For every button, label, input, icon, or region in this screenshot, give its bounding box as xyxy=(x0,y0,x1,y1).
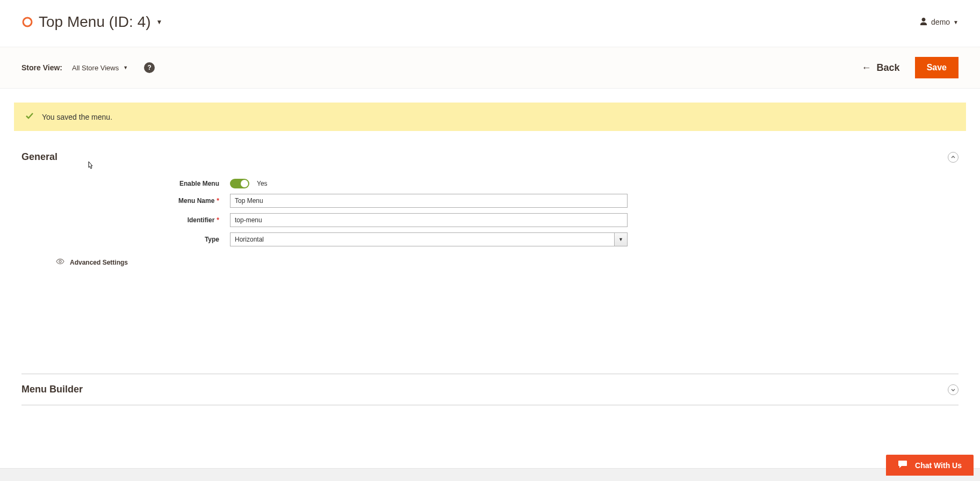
help-icon[interactable]: ? xyxy=(144,62,155,73)
toolbar: Store View: All Store Views ▼ ? ← Back S… xyxy=(0,47,980,89)
user-icon xyxy=(919,17,928,27)
advanced-settings-label: Advanced Settings xyxy=(70,259,128,266)
type-label: Type xyxy=(21,236,230,243)
logo-icon xyxy=(21,16,33,28)
store-view-select[interactable]: All Store Views ▼ xyxy=(72,64,128,72)
menu-name-label: Menu Name* xyxy=(21,197,230,205)
menu-name-input[interactable] xyxy=(230,194,628,208)
page-header: Top Menu (ID: 4) ▼ demo ▼ xyxy=(21,13,959,31)
store-view-value: All Store Views xyxy=(72,64,119,72)
user-menu[interactable]: demo ▼ xyxy=(919,17,959,27)
svg-point-1 xyxy=(59,260,61,263)
menu-builder-title: Menu Builder xyxy=(21,384,83,395)
collapse-up-icon[interactable] xyxy=(948,152,959,163)
enable-menu-value: Yes xyxy=(257,180,268,187)
general-title: General xyxy=(21,151,57,163)
chat-label: Chat With Us xyxy=(915,461,962,470)
general-section: General Enable Menu Yes Menu Name* xyxy=(21,151,959,266)
general-section-header[interactable]: General xyxy=(21,151,959,163)
chevron-down-icon: ▼ xyxy=(156,18,163,26)
bottom-bar xyxy=(0,468,980,481)
enable-menu-label: Enable Menu xyxy=(21,180,230,187)
check-icon xyxy=(25,111,34,122)
success-notice: You saved the menu. xyxy=(14,103,966,131)
identifier-input[interactable] xyxy=(230,213,628,227)
chevron-down-icon: ▼ xyxy=(953,19,959,25)
menu-builder-header[interactable]: Menu Builder xyxy=(21,384,959,395)
collapse-down-icon[interactable] xyxy=(948,384,959,395)
toggle-knob xyxy=(241,180,248,187)
notice-message: You saved the menu. xyxy=(42,113,112,121)
type-select[interactable]: Horizontal ▼ xyxy=(230,232,628,246)
page-title-text: Top Menu (ID: 4) xyxy=(39,13,151,31)
store-view-label: Store View: xyxy=(21,63,62,72)
svg-point-0 xyxy=(23,18,32,26)
arrow-left-icon: ← xyxy=(862,62,871,74)
chat-widget[interactable]: Chat With Us xyxy=(886,455,974,476)
chevron-down-icon[interactable]: ▼ xyxy=(615,232,628,246)
chat-icon xyxy=(898,460,907,470)
identifier-label: Identifier* xyxy=(21,216,230,224)
page-title[interactable]: Top Menu (ID: 4) ▼ xyxy=(39,13,162,31)
back-label: Back xyxy=(877,62,900,74)
advanced-settings-toggle[interactable]: Advanced Settings xyxy=(56,258,959,266)
menu-builder-section: Menu Builder xyxy=(21,374,959,405)
chevron-down-icon: ▼ xyxy=(123,65,128,70)
enable-menu-toggle[interactable] xyxy=(230,179,249,188)
eye-icon xyxy=(56,258,64,266)
user-name: demo xyxy=(931,18,950,26)
save-button[interactable]: Save xyxy=(915,57,959,78)
type-select-value: Horizontal xyxy=(230,232,615,246)
back-button[interactable]: ← Back xyxy=(862,62,900,74)
